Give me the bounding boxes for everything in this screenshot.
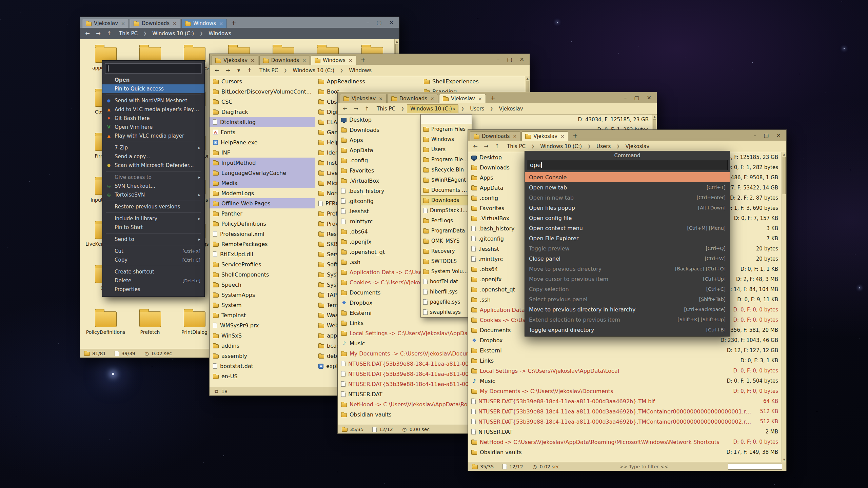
tab-vjekoslav[interactable]: Vjekoslav× [82, 19, 129, 28]
palette-item-open-in-new-tab[interactable]: Open in new tab[Ctrl+Enter] [525, 192, 730, 203]
palette-item-open-file-explorer[interactable]: Open File Explorer [525, 233, 730, 243]
breadcrumb-item-windows-10-c-[interactable]: Windows 10 (C:) ▾ [407, 104, 458, 113]
tab-close-icon[interactable]: × [513, 134, 517, 139]
file-row[interactable]: assembly [210, 351, 315, 361]
file-row[interactable]: NTUSER.DAT{53b39e88-18c4-11ea-a811-000d3… [468, 406, 782, 416]
file-row[interactable]: Professional.xml [210, 229, 315, 239]
tab-downloads[interactable]: Downloads× [259, 56, 310, 65]
maximize-button[interactable]: ▢ [507, 56, 512, 63]
breadcrumb-item-users[interactable]: Users [467, 105, 487, 113]
dropdown-item[interactable]: Windows [421, 134, 472, 144]
file-row[interactable]: WinSxS [210, 330, 315, 341]
breadcrumb-item-this-pc[interactable]: This PC [256, 66, 281, 75]
minimize-button[interactable]: – [624, 95, 627, 101]
scroll-down-icon[interactable]: ▼ [782, 458, 786, 461]
dropdown-item[interactable]: $WinREAgent [421, 175, 472, 185]
tab-close-icon[interactable]: × [349, 58, 353, 63]
menu-item-create-shortcut[interactable]: Create shortcut [102, 267, 204, 276]
tab-windows[interactable]: Windows× [181, 19, 227, 28]
grid-item[interactable]: PolicyDefinitions [83, 306, 128, 349]
file-row[interactable]: DiagTrack [210, 107, 315, 117]
forward-button[interactable]: → [352, 105, 360, 112]
file-row[interactable]: ❖DropboxD: 230, F: 1043, 46 GB [468, 335, 782, 345]
palette-item-open-config-file[interactable]: Open config file [525, 213, 730, 223]
scroll-up-icon[interactable]: ▲ [652, 115, 657, 118]
file-row[interactable]: EksterniD: 12, F: 127, 12 GB [468, 345, 782, 355]
up-button[interactable]: ↑ [493, 143, 501, 149]
tab-downloads[interactable]: Downloads× [388, 94, 438, 103]
tab-close-icon[interactable]: × [251, 58, 255, 63]
new-tab-button[interactable]: + [487, 94, 499, 101]
file-row[interactable]: DtcInstall.log [210, 117, 315, 127]
dropdown-filter-input[interactable] [421, 115, 472, 124]
tab-vjekoslav[interactable]: Vjekoslav× [340, 94, 387, 103]
file-row[interactable]: Offline Web Pages [210, 198, 315, 208]
menu-item-send-with-nordvpn-meshnet[interactable]: ●Send with NordVPN Meshnet [102, 96, 204, 105]
menu-item-tortoisesvn[interactable]: ◎TortoiseSVN▸ [102, 190, 204, 199]
file-row[interactable]: Panther [210, 208, 315, 219]
scroll-up-icon[interactable]: ▲ [395, 40, 399, 43]
file-row[interactable]: INF [210, 147, 315, 158]
breadcrumb-item-windows-10-c-[interactable]: Windows 10 (C:) [149, 29, 197, 38]
palette-item-open-context-menu[interactable]: Open context menu[Ctrl+M] [Menu] [525, 223, 730, 233]
dropdown-item[interactable]: Downloads [421, 195, 472, 205]
menu-item-7-zip[interactable]: 7-Zip▸ [102, 143, 204, 152]
dropdown-item[interactable]: System Volume Information [421, 266, 472, 277]
menu-item-delete[interactable]: Delete[Delete] [102, 276, 204, 285]
back-button[interactable]: ← [471, 143, 479, 149]
menu-item-copy[interactable]: Copy[Ctrl+C] [102, 256, 204, 264]
file-row[interactable]: ServiceProfiles [210, 259, 315, 269]
file-row[interactable]: bootstat.dat [210, 361, 315, 371]
tab-close-icon[interactable]: × [219, 21, 223, 26]
dropdown-item[interactable]: ProgramData [421, 226, 472, 236]
maximize-button[interactable]: ▢ [376, 19, 381, 26]
file-row[interactable]: NTUSER.DAT{53b39e88-18c4-11ea-a811-000d3… [468, 396, 782, 406]
dropdown-item[interactable]: bootTel.dat [421, 277, 472, 287]
dropdown-item[interactable]: Users [421, 144, 472, 155]
menu-item-pin-to-quick-access[interactable]: Pin to Quick access [102, 84, 204, 93]
file-row[interactable]: My Documents -> C:\Users\Vjekoslav\Docum… [468, 386, 782, 396]
tab-close-icon[interactable]: × [379, 96, 383, 101]
dropdown-item[interactable]: $Recycle.Bin [421, 165, 472, 175]
close-button[interactable]: ✕ [647, 95, 651, 101]
file-row[interactable]: BitLockerDiscoveryVolumeContents [210, 86, 315, 97]
tab-vjekoslav[interactable]: Vjekoslav× [212, 56, 258, 65]
file-row[interactable]: LanguageOverlayCache [210, 168, 315, 178]
menu-item-give-access-to[interactable]: Give access to▸ [102, 173, 204, 182]
dropdown-item[interactable]: hiberfil.sys [421, 287, 472, 297]
palette-item-move-to-previous-directory-in-hierarchy[interactable]: Move to previous directory in hierarchy[… [525, 304, 730, 314]
scrollbar[interactable]: ▲ ▼ [782, 152, 786, 462]
menu-item-add-to-vlc-media-player-s-playlist[interactable]: ▲Add to VLC media player's Playlist [102, 105, 204, 114]
file-row[interactable]: WMSysPr9.prx [210, 320, 315, 330]
menu-item-cut[interactable]: Cut[Ctrl+X] [102, 247, 204, 256]
palette-item-open-console[interactable]: Open Console [525, 172, 730, 182]
file-row[interactable]: System [210, 300, 315, 310]
back-button[interactable]: ← [83, 30, 92, 37]
forward-button[interactable]: → [482, 143, 490, 149]
palette-item-toggle-expand-directory[interactable]: Toggle expand directory[Ctrl+B] [525, 325, 730, 335]
breadcrumb-item-vjekoslav[interactable]: Vjekoslav [496, 105, 526, 113]
dropdown-item[interactable]: swapfile.sys [421, 307, 472, 317]
palette-item-toggle-preview[interactable]: Toggle preview[Ctrl+Q] [525, 243, 730, 253]
breadcrumb-item-this-pc[interactable]: This PC [504, 142, 529, 150]
file-row[interactable]: Speech [210, 280, 315, 290]
dropdown-item[interactable]: QMK_MSYS [421, 236, 472, 246]
tab-downloads[interactable]: Downloads× [130, 19, 180, 28]
breadcrumb-item-this-pc[interactable]: This PC [116, 29, 141, 38]
breadcrumb-item-users[interactable]: Users [593, 142, 614, 150]
file-row[interactable]: Local Settings -> C:\Users\Vjekoslav\App… [468, 366, 782, 376]
file-row[interactable]: LinksD: 0, F: 3, 1 KB [468, 355, 782, 366]
maximize-button[interactable]: ▢ [764, 132, 769, 139]
maximize-button[interactable]: ▢ [634, 95, 639, 101]
forward-button[interactable]: → [94, 30, 102, 37]
new-tab-button[interactable]: + [569, 132, 581, 139]
minimize-button[interactable]: – [366, 19, 369, 26]
up-button[interactable]: ↑ [363, 105, 371, 112]
tab-close-icon[interactable]: × [302, 58, 306, 63]
up-button[interactable]: ↑ [105, 30, 113, 37]
breadcrumb-item-windows-10-c-[interactable]: Windows 10 (C:) [537, 142, 585, 150]
palette-search-input[interactable]: ope [527, 160, 728, 170]
dropdown-item[interactable]: Documents and Settings [421, 185, 472, 195]
file-row[interactable]: ModemLogs [210, 188, 315, 198]
back-button[interactable]: ← [213, 67, 221, 74]
